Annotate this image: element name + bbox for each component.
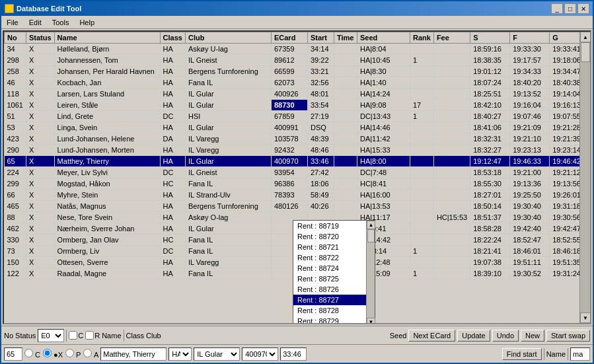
table-cell[interactable] — [410, 77, 433, 89]
table-cell[interactable]: X — [26, 77, 54, 89]
table-row[interactable]: 290XLund-Johansen, MortenHAIL Varegg9243… — [5, 145, 580, 156]
col-f[interactable]: F — [510, 32, 550, 44]
table-cell[interactable]: 65 — [5, 156, 26, 167]
table-cell[interactable] — [433, 122, 470, 133]
scroll-thumb[interactable] — [367, 229, 375, 242]
table-cell[interactable]: 19:33:30 — [510, 44, 550, 55]
table-cell[interactable]: HA — [160, 156, 185, 167]
table-cell[interactable] — [334, 111, 357, 122]
table-cell[interactable]: IL Strand-Ulv — [185, 190, 271, 201]
table-row[interactable]: 122XRaadal, MagneHAFana ILHA|15:09118:39… — [5, 268, 580, 279]
table-cell[interactable] — [334, 190, 357, 201]
table-cell[interactable] — [433, 156, 470, 167]
table-cell[interactable]: 258 — [5, 66, 26, 77]
table-cell[interactable]: 66 — [5, 190, 26, 201]
table-cell[interactable]: X — [26, 55, 54, 66]
table-cell[interactable]: 462 — [5, 223, 26, 235]
table-cell[interactable] — [433, 167, 470, 178]
table-cell[interactable] — [410, 235, 433, 246]
table-cell[interactable]: Lund-Johansen, Helene — [54, 133, 160, 145]
menu-help[interactable]: Help — [77, 18, 97, 27]
table-cell[interactable]: 18:38:35 — [470, 55, 510, 66]
table-cell[interactable]: 67859 — [271, 111, 307, 122]
table-cell[interactable]: X — [26, 100, 54, 111]
ecard-dropdown[interactable]: Rent : 88719Rent : 88720Rent : 88721Rent… — [293, 220, 375, 324]
table-cell[interactable]: 18:21:41 — [470, 246, 510, 257]
table-cell[interactable]: 19:51:11 — [510, 257, 550, 268]
table-cell[interactable]: 18:22:24 — [470, 235, 510, 246]
table-cell[interactable]: 32:56 — [307, 77, 334, 89]
dropdown-item[interactable]: Rent : 88722 — [293, 252, 366, 263]
table-cell[interactable] — [433, 246, 470, 257]
table-cell[interactable]: 33:46 — [307, 156, 334, 167]
table-cell[interactable] — [433, 55, 470, 66]
table-cell[interactable]: 19:17:57 — [510, 55, 550, 66]
table-cell[interactable] — [334, 100, 357, 111]
table-cell[interactable]: X — [26, 167, 54, 178]
table-cell[interactable]: Askøy O-lag — [185, 212, 271, 223]
radio-x[interactable]: ●X — [43, 349, 63, 359]
table-cell[interactable]: X — [26, 246, 54, 257]
table-cell[interactable]: X — [26, 66, 54, 77]
table-cell[interactable]: 19:21:10 — [510, 133, 550, 145]
table-cell[interactable]: HA — [160, 201, 185, 212]
undo-button[interactable]: Undo — [492, 330, 519, 342]
table-cell[interactable]: 18:40:38 — [550, 77, 579, 89]
table-cell[interactable] — [410, 145, 433, 156]
table-cell[interactable]: IL Gneist — [185, 167, 271, 178]
table-cell[interactable]: 290 — [5, 145, 26, 156]
table-cell[interactable]: Fana IL — [185, 178, 271, 190]
table-cell[interactable]: Kocbach, Jan — [54, 77, 160, 89]
table-cell[interactable]: Fana IL — [185, 77, 271, 89]
table-cell[interactable]: IL Gular — [185, 156, 271, 167]
table-cell[interactable]: Natås, Magnus — [54, 201, 160, 212]
table-cell[interactable]: 40:26 — [307, 201, 334, 212]
table-row[interactable]: 118XLarsen, Lars StulandHAIL Gular400926… — [5, 89, 580, 100]
table-cell[interactable]: 19:51:35 — [550, 257, 579, 268]
table-cell[interactable] — [433, 100, 470, 111]
table-cell[interactable]: 48:01 — [307, 89, 334, 100]
table-cell[interactable]: 27:42 — [307, 167, 334, 178]
table-cell[interactable] — [334, 133, 357, 145]
menu-file[interactable]: File — [4, 18, 21, 27]
start-swap-button[interactable]: Start swap — [546, 330, 590, 342]
table-row[interactable]: 462XNærheim, Sverre JohanHAIL GularHA|9:… — [5, 223, 580, 235]
table-cell[interactable]: 18:46:01 — [510, 246, 550, 257]
table-cell[interactable]: IL Gneist — [185, 55, 271, 66]
table-cell[interactable]: 19:13:36 — [510, 178, 550, 190]
table-cell[interactable]: 18:32:31 — [470, 133, 510, 145]
table-cell[interactable]: 18:25:51 — [470, 89, 510, 100]
table-cell[interactable] — [433, 268, 470, 279]
dropdown-item[interactable]: Rent : 88726 — [293, 284, 366, 295]
table-cell[interactable]: Hølleland, Bjørn — [54, 44, 160, 55]
table-cell[interactable]: 88730 — [271, 100, 307, 111]
table-cell[interactable]: DC — [160, 246, 185, 257]
table-cell[interactable]: Raadal, Magne — [54, 268, 160, 279]
table-row[interactable]: 150XOttesen, SverreHAIL VareggHA|12:4819… — [5, 257, 580, 268]
table-row[interactable]: 66XMyhre, SteinHAIL Strand-Ulv7839358:49… — [5, 190, 580, 201]
table-cell[interactable]: 330 — [5, 235, 26, 246]
table-cell[interactable]: HA — [160, 122, 185, 133]
table-cell[interactable]: Fana IL — [185, 235, 271, 246]
table-cell[interactable]: 19:34:33 — [510, 66, 550, 77]
table-cell[interactable]: HA|13:53 — [357, 201, 410, 212]
table-cell[interactable] — [334, 122, 357, 133]
col-name[interactable]: Name — [54, 32, 160, 44]
table-cell[interactable] — [410, 44, 433, 55]
table-cell[interactable]: X — [26, 223, 54, 235]
table-cell[interactable]: X — [26, 268, 54, 279]
table-cell[interactable] — [433, 111, 470, 122]
find-start-button[interactable]: Find start — [502, 348, 542, 360]
table-cell[interactable]: 48:46 — [307, 145, 334, 156]
col-club[interactable]: Club — [185, 32, 271, 44]
menu-tools[interactable]: Tools — [50, 18, 72, 27]
table-cell[interactable]: DA — [160, 133, 185, 145]
table-cell[interactable]: HA|8:00 — [357, 156, 410, 167]
table-cell[interactable]: 19:21:00 — [510, 167, 550, 178]
table-cell[interactable] — [334, 77, 357, 89]
table-cell[interactable] — [410, 167, 433, 178]
dropdown-item[interactable]: Rent : 88727 — [293, 295, 366, 305]
table-cell[interactable]: 34 — [5, 44, 26, 55]
col-g[interactable]: G — [550, 32, 579, 44]
table-row[interactable]: 299XMogstad, HåkonHCFana IL9638618:06HC|… — [5, 178, 580, 190]
